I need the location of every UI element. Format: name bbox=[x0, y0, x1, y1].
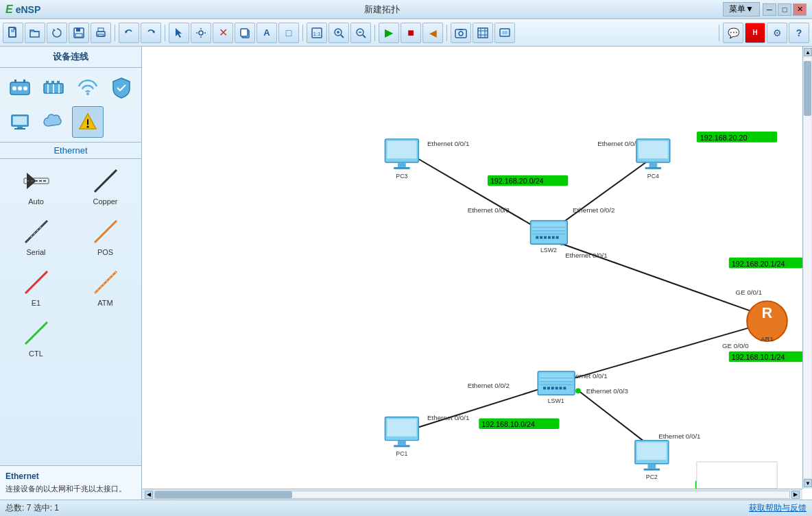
delete-button[interactable]: ✕ bbox=[213, 23, 233, 43]
svg-point-55 bbox=[86, 126, 88, 128]
if-lsw2-eth1: Ethernet 0/0/1 bbox=[565, 251, 607, 259]
scrollbar-v-track[interactable]: ▲ ▼ bbox=[802, 47, 812, 489]
sidebar-item-wireless[interactable] bbox=[72, 72, 104, 103]
copper-label: Copper bbox=[93, 197, 117, 206]
conn-item-e1[interactable]: E1 bbox=[4, 265, 68, 310]
sidebar: 设备连线 bbox=[0, 47, 142, 500]
svg-rect-98 bbox=[547, 386, 550, 389]
scrollbar-h-track[interactable]: ◀ ▶ bbox=[142, 489, 802, 500]
close-button[interactable]: ✕ bbox=[793, 3, 807, 16]
print-button[interactable] bbox=[91, 23, 111, 43]
scrollbar-v-up[interactable]: ▲ bbox=[804, 48, 812, 56]
svg-text:AR1: AR1 bbox=[761, 335, 774, 343]
redo-button[interactable] bbox=[141, 23, 161, 43]
copy-button[interactable] bbox=[235, 23, 255, 43]
conn-item-serial[interactable]: Serial bbox=[4, 214, 68, 259]
svg-rect-34 bbox=[502, 31, 508, 34]
window-title: 新建拓扑 bbox=[40, 3, 723, 16]
node-pc4[interactable]: PC4 bbox=[636, 139, 670, 180]
auto-icon bbox=[21, 166, 51, 196]
svg-rect-84 bbox=[544, 236, 547, 239]
grid-button[interactable] bbox=[473, 23, 493, 43]
scrollbar-h-right[interactable]: ▶ bbox=[791, 491, 800, 499]
start-button[interactable]: ▶ bbox=[379, 23, 399, 43]
pos-icon bbox=[91, 217, 121, 247]
node-ar1[interactable]: R AR1 bbox=[747, 301, 787, 343]
refresh-button[interactable] bbox=[47, 23, 67, 43]
svg-rect-39 bbox=[14, 79, 16, 83]
conn-item-auto[interactable]: Auto bbox=[4, 163, 68, 208]
text-button[interactable]: A bbox=[256, 23, 277, 43]
new-button[interactable] bbox=[3, 23, 23, 43]
menu-button[interactable]: 菜单▼ bbox=[723, 2, 760, 16]
canvas-area[interactable]: 192.168.20.20 192.168.20.0/24 192.168.20… bbox=[142, 47, 812, 500]
open-button[interactable] bbox=[25, 23, 45, 43]
scrollbar-v-down[interactable]: ▼ bbox=[804, 479, 812, 487]
node-pc2[interactable]: PC2 bbox=[635, 441, 669, 481]
svg-rect-82 bbox=[536, 236, 538, 239]
conn-list: Auto Copper bbox=[0, 159, 141, 465]
scrollbar-h-left[interactable]: ◀ bbox=[145, 491, 153, 499]
svg-rect-10 bbox=[98, 34, 104, 36]
shape-button[interactable]: □ bbox=[278, 23, 299, 43]
svg-rect-47 bbox=[57, 81, 60, 84]
svg-rect-73 bbox=[638, 141, 668, 158]
sidebar-item-cloud[interactable] bbox=[38, 106, 70, 138]
copper-icon bbox=[91, 166, 121, 196]
pause-button[interactable]: ◀ bbox=[422, 23, 443, 43]
sidebar-item-ethernet[interactable] bbox=[72, 106, 104, 138]
ip-text-pc4: 192.168.20.20 bbox=[700, 134, 748, 142]
pos-label: POS bbox=[97, 248, 113, 256]
node-pc1[interactable]: PC1 bbox=[385, 417, 418, 457]
if-ar1-ge001: GE 0/0/1 bbox=[736, 288, 763, 296]
capture-button[interactable] bbox=[451, 23, 471, 43]
help-button[interactable]: ? bbox=[789, 23, 809, 43]
settings-button[interactable]: ⚙ bbox=[767, 23, 787, 43]
svg-rect-99 bbox=[551, 386, 554, 389]
minimize-button[interactable]: ─ bbox=[763, 3, 776, 16]
zoom-in-button[interactable] bbox=[329, 23, 349, 43]
svg-rect-45 bbox=[46, 81, 49, 84]
node-lsw1[interactable]: LSW1 bbox=[538, 371, 575, 404]
win-controls: ─ □ ✕ bbox=[763, 3, 807, 16]
stop-button[interactable]: ■ bbox=[401, 23, 421, 43]
svg-point-36 bbox=[12, 86, 16, 90]
help-link[interactable]: 获取帮助与反馈 bbox=[749, 502, 807, 514]
svg-rect-25 bbox=[455, 29, 466, 38]
zoom-out-button[interactable] bbox=[350, 23, 371, 43]
svg-rect-111 bbox=[648, 464, 656, 469]
select-button[interactable] bbox=[169, 23, 189, 43]
svg-rect-52 bbox=[13, 116, 27, 125]
node-pc3[interactable]: PC3 bbox=[385, 139, 418, 180]
conn-item-ctl[interactable]: CTL bbox=[4, 315, 68, 360]
scrollbar-v-thumb[interactable] bbox=[804, 61, 811, 116]
conn-item-atm[interactable]: ATM bbox=[73, 265, 137, 310]
sidebar-item-router[interactable] bbox=[4, 72, 36, 103]
svg-rect-32 bbox=[478, 28, 488, 38]
maximize-button[interactable]: □ bbox=[778, 3, 791, 16]
pan-button[interactable] bbox=[191, 23, 211, 43]
toolbar-separator-2 bbox=[165, 25, 165, 41]
svg-rect-40 bbox=[23, 79, 25, 83]
screenshot-button[interactable] bbox=[494, 23, 515, 43]
svg-rect-6 bbox=[76, 28, 80, 32]
svg-text:LSW2: LSW2 bbox=[540, 247, 557, 254]
chat-button[interactable]: 💬 bbox=[723, 23, 743, 43]
sidebar-item-switch[interactable] bbox=[38, 72, 70, 103]
svg-rect-97 bbox=[543, 386, 546, 389]
save-button[interactable] bbox=[69, 23, 89, 43]
svg-line-24 bbox=[363, 35, 366, 38]
node-lsw2[interactable]: LSW2 bbox=[531, 221, 568, 254]
zoom-fit-button[interactable]: 1:1 bbox=[307, 23, 327, 43]
sidebar-item-pc[interactable] bbox=[4, 106, 36, 138]
svg-text:PC4: PC4 bbox=[647, 173, 659, 180]
conn-type-label: Ethernet bbox=[0, 143, 141, 159]
undo-button[interactable] bbox=[119, 23, 139, 43]
scrollbar-h-thumb[interactable] bbox=[155, 491, 292, 498]
conn-item-copper[interactable]: Copper bbox=[73, 163, 137, 208]
huawei-button[interactable]: H bbox=[745, 23, 765, 43]
conn-item-pos[interactable]: POS bbox=[73, 214, 137, 259]
sidebar-item-security[interactable] bbox=[106, 72, 138, 103]
conn-grid: Auto Copper bbox=[4, 163, 137, 360]
dot-lsw1-pc2 bbox=[575, 388, 581, 393]
